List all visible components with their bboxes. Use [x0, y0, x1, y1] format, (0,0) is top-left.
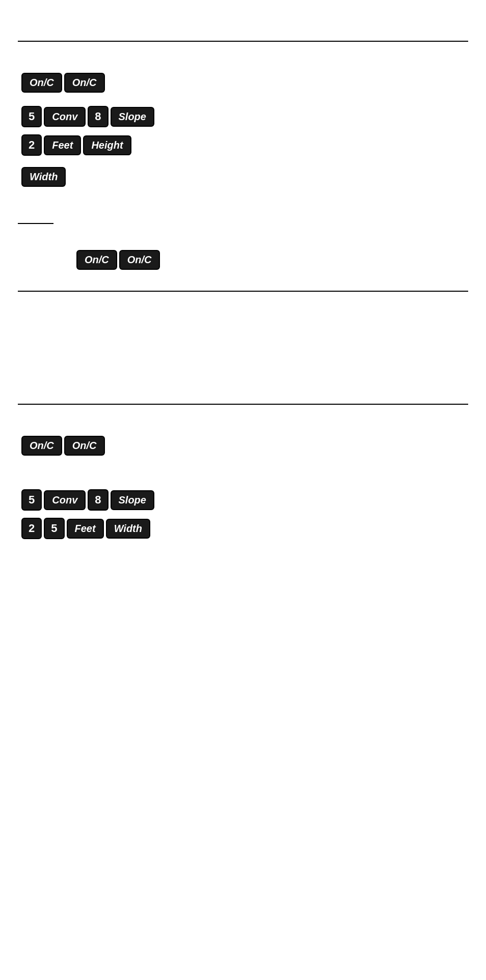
onc-row-1: On/C On/C [20, 71, 466, 94]
height-row: 2 Feet Height [20, 133, 466, 157]
slope-button-2[interactable]: Slope [111, 490, 154, 510]
width-button-1[interactable]: Width [21, 167, 66, 187]
spacer-section [0, 292, 486, 404]
onc-row-2: On/C On/C [20, 248, 466, 271]
num-2-button-2[interactable]: 2 [21, 518, 42, 539]
conv-button-1[interactable]: Conv [44, 107, 86, 127]
width-row-2: 2 5 Feet Width [20, 516, 466, 541]
onc-button-1[interactable]: On/C [21, 73, 62, 93]
sub-section-1: On/C On/C [0, 229, 486, 291]
onc-button-6[interactable]: On/C [64, 436, 105, 456]
slope-row-2: 5 Conv 8 Slope [20, 488, 466, 512]
short-divider-1 [18, 223, 53, 224]
num-5-button-3[interactable]: 5 [44, 518, 64, 539]
feet-button-1[interactable]: Feet [44, 135, 81, 155]
onc-button-4[interactable]: On/C [119, 250, 160, 270]
num-8-button-1[interactable]: 8 [88, 106, 108, 127]
slope-row: 5 Conv 8 Slope [20, 104, 466, 129]
num-5-button-2[interactable]: 5 [21, 489, 42, 511]
onc-button-3[interactable]: On/C [76, 250, 117, 270]
onc-button-2[interactable]: On/C [64, 73, 105, 93]
conv-button-2[interactable]: Conv [44, 490, 86, 510]
onc-button-5[interactable]: On/C [21, 436, 62, 456]
num-8-button-2[interactable]: 8 [88, 489, 108, 511]
feet-button-2[interactable]: Feet [67, 519, 104, 539]
width-button-2[interactable]: Width [106, 519, 150, 539]
section-1: On/C On/C 5 Conv 8 Slope 2 Feet Height W… [0, 42, 486, 218]
onc-row-3: On/C On/C [20, 434, 466, 457]
num-5-button-1[interactable]: 5 [21, 106, 42, 127]
slope-button-1[interactable]: Slope [111, 107, 154, 127]
height-button-1[interactable]: Height [83, 135, 131, 155]
width-row-1: Width [20, 165, 466, 188]
num-2-button-1[interactable]: 2 [21, 134, 42, 156]
section-3: On/C On/C 5 Conv 8 Slope 2 5 Feet Width [0, 405, 486, 570]
